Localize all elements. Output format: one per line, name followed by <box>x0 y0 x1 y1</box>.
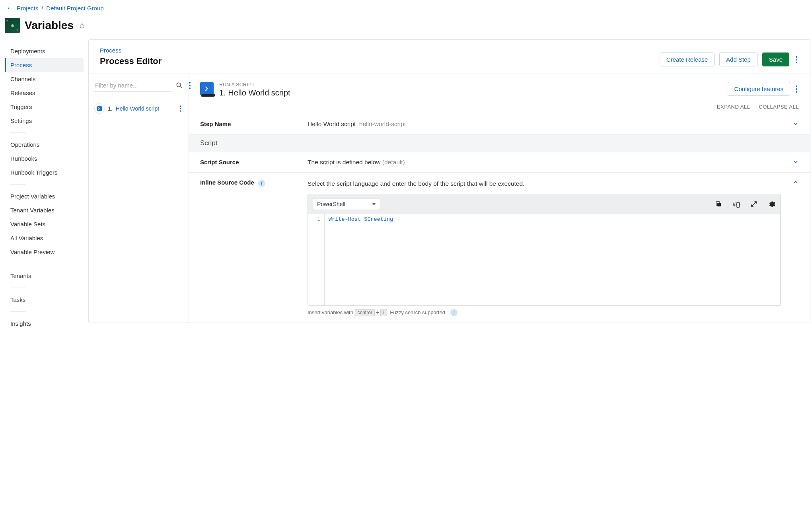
gear-icon[interactable] <box>767 200 775 208</box>
sidebar-item-process[interactable]: Process <box>5 58 84 72</box>
line-number: 1 <box>310 216 320 222</box>
sidebar-divider <box>10 184 26 185</box>
code-variable: $Greeting <box>364 216 393 222</box>
chevron-down-icon[interactable] <box>793 159 799 165</box>
main-panel: Process Process Editor Create Release Ad… <box>88 39 810 323</box>
step-name-row[interactable]: Step Name Hello World script hello-world… <box>189 114 810 134</box>
sidebar-item-deployments[interactable]: Deployments <box>5 44 84 58</box>
svg-point-1 <box>796 59 797 60</box>
steps-column: 1. Hello World script <box>89 74 189 323</box>
sidebar-item-tasks[interactable]: Tasks <box>5 293 84 307</box>
sidebar-item-variable-preview[interactable]: Variable Preview <box>5 245 84 259</box>
editor-hint: Insert variables with control + i. Fuzzy… <box>308 309 781 316</box>
sidebar-item-triggers[interactable]: Triggers <box>5 100 84 114</box>
save-button[interactable]: Save <box>762 53 789 66</box>
step-title: 1. Hello World script <box>219 88 290 97</box>
favorite-star-icon[interactable]: ☆ <box>78 21 86 30</box>
sidebar-item-insights[interactable]: Insights <box>5 317 84 331</box>
steps-filter-input[interactable] <box>94 80 171 91</box>
script-source-label: Script Source <box>200 159 300 165</box>
hint-kbd-control: control <box>355 309 375 316</box>
breadcrumb-separator: / <box>41 5 43 12</box>
back-arrow-icon[interactable]: ← <box>6 4 14 12</box>
hint-pre: Insert variables with <box>308 309 355 315</box>
svg-point-14 <box>796 91 797 93</box>
step-item-overflow-icon[interactable] <box>178 104 183 113</box>
code-cmdlet: Write-Host <box>329 216 361 222</box>
step-number: 1. <box>108 105 113 112</box>
svg-rect-15 <box>717 203 721 206</box>
inline-source-code-row: Inline Source Code i Select the script l… <box>189 172 810 323</box>
caret-down-icon <box>372 203 376 205</box>
hint-post: . Fuzzy search supported. <box>387 309 448 315</box>
script-source-value: The script is defined below <box>308 159 381 165</box>
sidebar-item-all-variables[interactable]: All Variables <box>5 231 84 245</box>
svg-point-9 <box>180 105 181 107</box>
insert-variable-icon[interactable]: #{} <box>732 201 740 208</box>
code-editor: PowerShell #{} <box>308 194 781 306</box>
sidebar-item-runbooks[interactable]: Runbooks <box>5 152 84 165</box>
sidebar-item-tenants[interactable]: Tenants <box>5 269 84 283</box>
svg-point-2 <box>796 62 797 63</box>
hint-plus: + <box>375 309 381 315</box>
expand-all-link[interactable]: EXPAND ALL <box>717 104 750 110</box>
code-area[interactable]: Write-Host $Greeting <box>325 214 780 305</box>
detail-column: RUN A SCRIPT 1. Hello World script Confi… <box>189 74 810 323</box>
detail-overflow-menu-icon[interactable] <box>794 84 799 94</box>
info-icon[interactable]: i <box>450 309 458 316</box>
chevron-up-icon[interactable] <box>793 179 799 185</box>
sidebar: Deployments Process Channels Releases Tr… <box>0 39 84 346</box>
sidebar-item-tenant-variables[interactable]: Tenant Variables <box>5 203 84 217</box>
inline-code-label-text: Inline Source Code <box>200 179 254 186</box>
create-release-button[interactable]: Create Release <box>660 53 715 66</box>
svg-point-12 <box>796 86 797 87</box>
step-name-label: Step Name <box>200 121 300 127</box>
sidebar-item-variable-sets[interactable]: Variable Sets <box>5 217 84 231</box>
step-title-num: 1. <box>219 88 226 97</box>
sidebar-item-channels[interactable]: Channels <box>5 72 84 86</box>
info-icon[interactable]: i <box>258 180 265 187</box>
step-name-value: Hello World script <box>308 121 356 127</box>
editor-gutter: 1 <box>308 214 325 305</box>
copy-icon[interactable] <box>715 200 722 208</box>
configure-features-button[interactable]: Configure features <box>728 82 790 96</box>
sidebar-divider <box>10 311 26 312</box>
svg-point-11 <box>180 110 181 112</box>
sidebar-item-releases[interactable]: Releases <box>5 86 84 100</box>
language-select-value: PowerShell <box>317 201 345 207</box>
breadcrumb-project-group[interactable]: Default Project Group <box>46 5 103 12</box>
sidebar-item-project-variables[interactable]: Project Variables <box>5 189 84 203</box>
script-section-heading: Script <box>189 134 810 152</box>
chevron-down-icon[interactable] <box>793 121 799 127</box>
sidebar-item-runbook-triggers[interactable]: Runbook Triggers <box>5 165 84 179</box>
sidebar-divider <box>10 264 26 264</box>
svg-point-10 <box>180 108 181 109</box>
inline-code-desc: Select the script language and enter the… <box>308 179 781 188</box>
script-source-row[interactable]: Script Source The script is defined belo… <box>189 152 810 172</box>
project-logo: ⎈ <box>5 18 20 33</box>
expand-icon[interactable] <box>751 201 757 207</box>
main-overflow-menu-icon[interactable] <box>794 54 799 65</box>
sidebar-item-settings[interactable]: Settings <box>5 114 84 128</box>
step-name: Hello World script <box>116 105 159 112</box>
step-kicker: RUN A SCRIPT <box>219 82 290 88</box>
main-heading: Process Editor <box>100 56 162 66</box>
add-step-button[interactable]: Add Step <box>719 53 757 66</box>
page-title: Variables <box>25 19 74 32</box>
inline-code-label: Inline Source Code i <box>200 179 300 187</box>
page-title-row: ⎈ Variables ☆ <box>0 16 812 39</box>
step-list-item[interactable]: 1. Hello World script <box>93 100 185 117</box>
sidebar-item-operations[interactable]: Operations <box>5 138 84 152</box>
process-link[interactable]: Process <box>100 47 121 54</box>
hint-kbd-i: i <box>380 309 387 316</box>
search-icon[interactable] <box>174 80 185 91</box>
collapse-all-link[interactable]: COLLAPSE ALL <box>759 104 799 110</box>
svg-point-3 <box>177 83 181 87</box>
script-step-big-icon <box>200 82 214 95</box>
script-step-icon <box>94 103 105 114</box>
breadcrumb-projects[interactable]: Projects <box>17 5 38 12</box>
breadcrumb: ← Projects / Default Project Group <box>0 0 812 16</box>
language-select[interactable]: PowerShell <box>313 198 380 210</box>
svg-point-0 <box>796 56 797 58</box>
script-source-suffix: (default) <box>382 159 405 165</box>
